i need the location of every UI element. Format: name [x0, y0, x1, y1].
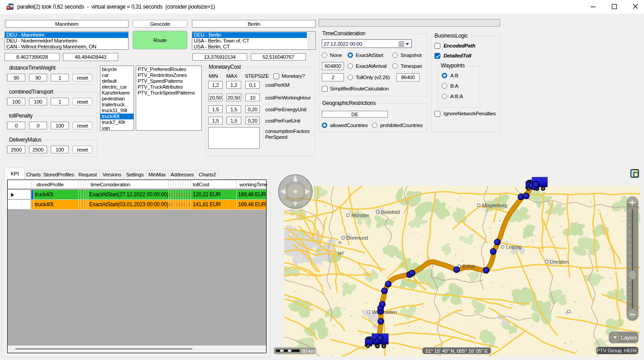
svg-text:Erfurt: Erfurt	[463, 264, 475, 269]
svg-text:Dortmund: Dortmund	[346, 235, 368, 241]
svg-text:Layers: Layers	[621, 335, 637, 341]
svg-text:Leipzig: Leipzig	[506, 244, 521, 250]
svg-text:Bielefeld: Bielefeld	[381, 209, 400, 215]
svg-text:51° 15′ 40″ N, 005° 16′ 05″ E: 51° 15′ 40″ N, 005° 16′ 05″ E	[425, 348, 488, 354]
svg-text:PTV Group, HERE: PTV Group, HERE	[596, 348, 638, 353]
svg-text:Münster: Münster	[351, 213, 369, 218]
svg-text:50 km: 50 km	[301, 348, 315, 354]
svg-text:orf: orf	[338, 251, 344, 256]
svg-text:Wiesbaden: Wiesbaden	[372, 309, 397, 315]
svg-text:Dresden: Dresden	[550, 259, 568, 265]
svg-text:n: n	[339, 240, 341, 245]
svg-text:Magdeburg: Magdeburg	[482, 203, 507, 208]
